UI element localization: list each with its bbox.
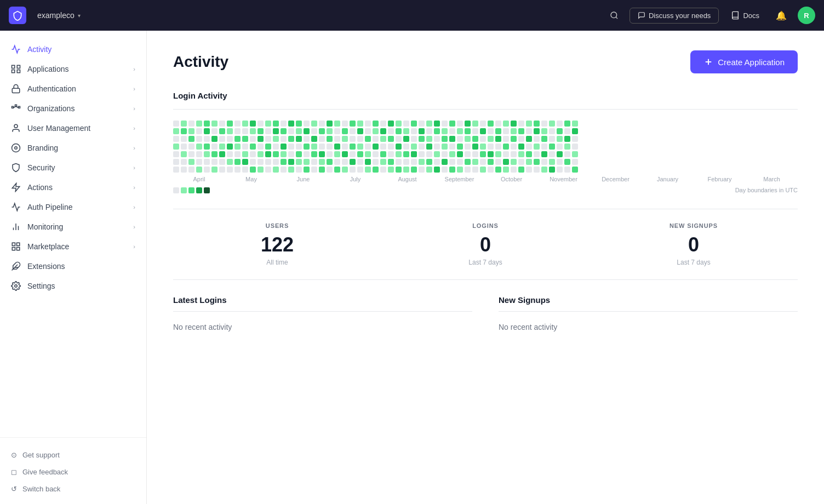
heatmap-week [472,121,478,173]
login-activity-section: Login Activity AprilMayJuneJulyAugustSep… [173,91,798,336]
heatmap-cell [373,136,379,142]
sidebar-item-branding[interactable]: Branding › [0,138,146,158]
heatmap-cell [449,144,455,150]
auth-pipeline-icon [11,202,21,212]
heatmap-cell [564,121,570,127]
heatmap-week [526,121,532,173]
heatmap-cell [188,136,194,142]
heatmap-cell [234,136,241,142]
heatmap-cell [380,151,386,157]
heatmap-cell [327,121,333,127]
heatmap-cell [380,128,386,134]
heatmap-cell [357,167,363,173]
heatmap-cell [572,121,578,127]
svg-rect-4 [12,70,15,73]
chevron-icon: › [133,105,135,112]
sidebar-item-marketplace[interactable]: Marketplace › [0,237,146,256]
heatmap-cell [449,121,455,127]
heatmap-cell [442,151,448,157]
get-support-link[interactable]: ⊙ Get support [0,446,146,463]
heatmap-cell [495,151,501,157]
chevron-icon: › [133,66,135,72]
heatmap-cell [403,128,409,134]
heatmap-week [234,121,241,173]
heatmap-cell [403,167,409,173]
heatmap-cell [419,128,425,134]
notifications-button[interactable]: 🔔 [771,8,791,23]
heatmap-cell [265,136,271,142]
heatmap-cell [373,128,379,134]
svg-rect-3 [17,65,20,68]
heatmap-cell [503,136,509,142]
heatmap-cell [196,159,202,165]
heatmap-cell [488,128,494,134]
sidebar-item-applications[interactable]: Applications › [0,59,146,79]
month-label: December [590,176,642,182]
heatmap-cell [211,128,218,134]
heatmap-cell [549,121,555,127]
heatmap-cell [296,136,302,142]
switch-back-link[interactable]: ↺ Switch back [0,480,146,497]
heatmap-cell [204,144,210,150]
support-icon: ⊙ [11,451,17,459]
heatmap-cell [480,151,486,157]
heatmap-week [327,121,333,173]
heatmap-cell [350,128,356,134]
sidebar-item-activity[interactable]: Activity [0,39,146,59]
sidebar-item-user-management[interactable]: User Management › [0,118,146,138]
heatmap-cell [541,121,547,127]
sidebar-item-actions[interactable]: Actions › [0,177,146,197]
month-label: February [694,176,746,182]
search-button[interactable] [605,7,623,24]
heatmap-cell [196,136,202,142]
chevron-icon: › [133,145,135,151]
heatmap-cell [265,128,271,134]
stat-logins: LOGINS 0 Last 7 days [381,222,590,266]
heatmap-cell [434,136,440,142]
heatmap-cell [465,144,471,150]
heatmap-cell [495,144,501,150]
heatmap-week [380,121,386,173]
sidebar-item-auth-pipeline[interactable]: Auth Pipeline › [0,197,146,217]
logo[interactable] [9,7,26,24]
heatmap-cell [549,151,555,157]
org-chevron-icon: ▾ [78,13,81,19]
heatmap-cell [457,121,463,127]
discuss-needs-button[interactable]: Discuss your needs [630,8,719,24]
heatmap-week [334,121,340,173]
sidebar-item-monitoring[interactable]: Monitoring › [0,217,146,237]
heatmap-cell [449,128,455,134]
heatmap-cell [434,121,440,127]
sidebar-item-organizations[interactable]: Organizations › [0,99,146,118]
docs-link[interactable]: Docs [725,8,765,23]
heatmap-cell [219,167,225,173]
heatmap-cell [227,144,233,150]
month-label: January [642,176,694,182]
heatmap-cell [434,128,440,134]
heatmap-cell [227,121,233,127]
heatmap-cell [342,144,348,150]
heatmap-cell [265,167,271,173]
create-application-button[interactable]: Create Application [690,50,798,73]
sidebar-item-extensions[interactable]: Extensions [0,256,146,276]
org-selector[interactable]: exampleco ▾ [33,9,85,22]
heatmap-cell [288,121,294,127]
give-feedback-link[interactable]: ◻ Give feedback [0,463,146,480]
sidebar-item-label: Security [27,163,55,172]
heatmap-cell [311,159,317,165]
heatmap-cell [242,121,248,127]
heatmap-cell [234,121,241,127]
heatmap-week [495,121,501,173]
sidebar-item-security[interactable]: Security › [0,158,146,177]
heatmap-cell [526,136,532,142]
svg-point-25 [15,285,18,288]
svg-line-1 [616,17,617,19]
sidebar-item-authentication[interactable]: Authentication › [0,79,146,99]
heatmap-cell [411,159,417,165]
heatmap-cell [411,167,417,173]
heatmap-cell [173,167,179,173]
avatar[interactable]: R [798,7,815,24]
heatmap-cell [419,136,425,142]
heatmap-cell [564,167,570,173]
sidebar-item-settings[interactable]: Settings [0,276,146,296]
